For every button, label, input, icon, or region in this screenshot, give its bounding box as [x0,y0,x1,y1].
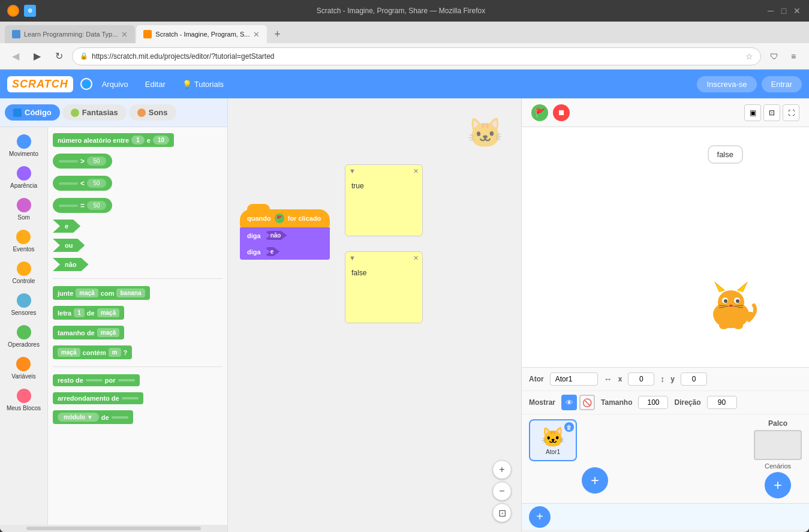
stage-normal-button[interactable]: ⊡ [763,104,780,121]
cat-events[interactable]: Eventos [10,227,37,256]
size-label: Tamanho [601,398,632,407]
lock-icon: 🔒 [80,52,88,60]
block-less-than[interactable]: < 50 [53,176,222,191]
stage-fullscreen-button[interactable]: ⛶ [783,104,799,121]
cat-variables-dot [16,357,31,371]
shield-button[interactable]: 🛡 [766,48,783,65]
tab-1-close[interactable]: ✕ [121,30,128,39]
separator [53,278,222,279]
direction-input[interactable] [707,396,737,409]
show-visible-button[interactable]: 👁 [561,395,577,410]
for-clicado-label: for clicado [288,215,321,222]
add-extension-button[interactable]: + [529,506,551,528]
block-contains[interactable]: maçã contém m ? [53,345,222,359]
show-toggle: 👁 🚫 [561,395,595,410]
stage-thumb[interactable] [754,430,802,460]
show-hidden-button[interactable]: 🚫 [579,395,595,410]
zoom-out-button[interactable]: − [492,482,512,501]
sprites-area: 🗑 🐱 Ator1 + Palco Cenários [522,414,809,503]
actor-controls: Ator ↔ x ↕ y Mostrar [522,367,809,503]
menu-button[interactable]: ≡ [785,48,802,65]
stop-button[interactable]: ⏹ [553,104,570,121]
actor-label: Ator [529,375,544,383]
block-or[interactable]: ou [53,239,222,252]
when-label: quando [247,215,271,222]
tab-2-close[interactable]: ✕ [253,30,260,39]
bookmark-icon[interactable]: ☆ [745,52,753,61]
cat-control[interactable]: Controle [10,259,38,287]
back-button[interactable]: ◀ [7,48,24,65]
block-round[interactable]: arredondamento de [53,392,222,404]
when-flag-block[interactable]: quando 🚩 for clicado [240,209,330,227]
tab-costumes[interactable]: Fantasias [62,104,127,121]
block-and[interactable]: e [53,220,222,233]
y-input[interactable] [681,372,707,386]
block-random-number[interactable]: número aleatório entre 1 e 10 [53,133,222,147]
block-not[interactable]: não [53,258,222,271]
categories-sidebar: Movimento Aparência Som [0,127,48,525]
hat-block-wrapper: quando 🚩 for clicado diga não [240,209,330,260]
add-stage-button[interactable]: + [765,472,791,498]
block-letter-of[interactable]: letra 1 de maçã [53,306,222,320]
nav-arquivo[interactable]: Arquivo [95,76,136,92]
cat-variables[interactable]: Variáveis [9,354,38,383]
actor-name-input[interactable] [550,372,598,386]
cat-sound[interactable]: Som [14,196,34,224]
stage-small-button[interactable]: ▣ [744,104,761,121]
close-icon[interactable]: ✕ [792,6,802,16]
svg-point-8 [724,299,727,303]
block-greater-than[interactable]: > 50 [53,154,222,169]
green-flag-button[interactable]: 🚩 [531,104,548,121]
new-tab-button[interactable]: + [268,25,286,43]
random-number-block[interactable]: número aleatório entre 1 e 10 [53,133,174,147]
sprite-name-label: Ator1 [546,449,560,455]
globe-icon[interactable]: 🌐 [80,78,92,90]
bubble1-close-icon[interactable]: ✕ [413,167,419,175]
true-bubble-wrapper: ▼ ✕ true [345,164,423,236]
cat-sensing[interactable]: Sensores [8,291,38,319]
cat-motion[interactable]: Movimento [7,132,41,160]
say-e-block[interactable]: diga e [240,244,330,260]
scratch-nav: 🌐 Arquivo Editar 💡 Tutorials [80,76,231,92]
block-modulo[interactable]: resto de por [53,374,222,386]
blocks-content: Movimento Aparência Som [0,127,227,525]
tab-sounds[interactable]: Sons [129,104,176,121]
cat-myblocks[interactable]: Meus Blocos [4,386,43,414]
stage-bubble-text: false [717,150,733,159]
x-input[interactable] [628,372,654,386]
os-window: ⚙ Scratch - Imagine, Program, Share — Mo… [0,0,809,532]
tab-code[interactable]: Código [5,104,60,121]
nav-tutorials[interactable]: 💡 Tutorials [175,76,231,92]
block-length-of[interactable]: tamanho de maçã [53,326,222,339]
zoom-in-button[interactable]: + [492,460,512,479]
lightbulb-icon: 💡 [182,80,192,89]
bubble2-close-icon[interactable]: ✕ [413,254,419,262]
add-sprite-button[interactable]: + [582,467,608,494]
show-label: Mostrar [529,398,555,407]
say-nao-block[interactable]: diga não [240,227,330,244]
tab-1[interactable]: Learn Programming: Data Typ... ✕ [5,25,135,43]
reload-button[interactable]: ↻ [50,48,67,65]
nav-editar[interactable]: Editar [138,76,173,92]
cat-looks[interactable]: Aparência [8,164,40,192]
os-titlebar: ⚙ Scratch - Imagine, Program, Share — Mo… [0,0,809,22]
tab-2[interactable]: Scratch - Imagine, Program, S... ✕ [136,25,267,43]
cat-operators[interactable]: Operadores [5,323,42,351]
scratch-logo-text: SCRATCH [12,78,68,91]
block-join[interactable]: junte maçã com banana [53,286,222,300]
maximize-icon[interactable]: □ [779,6,789,16]
forward-button[interactable]: ▶ [29,48,46,65]
address-bar[interactable]: 🔒 https://scratch.mit.edu/projects/edito… [72,47,761,65]
block-math-func[interactable]: módulo ▼ de [53,410,222,424]
minimize-icon[interactable]: ─ [766,6,775,16]
fit-button[interactable]: ⊡ [492,503,512,522]
signup-button[interactable]: Inscreva-se [697,76,756,92]
tab-favicon-course [12,30,20,38]
sprite-thumb-ator1[interactable]: 🗑 🐱 Ator1 [529,419,577,461]
sprite-delete-button[interactable]: 🗑 [564,422,574,432]
cat-myblocks-dot [17,389,31,403]
size-input[interactable] [638,396,668,409]
block-equals[interactable]: = 50 [53,198,222,213]
h-scrollbar[interactable] [0,525,227,532]
login-button[interactable]: Entrar [762,76,802,92]
